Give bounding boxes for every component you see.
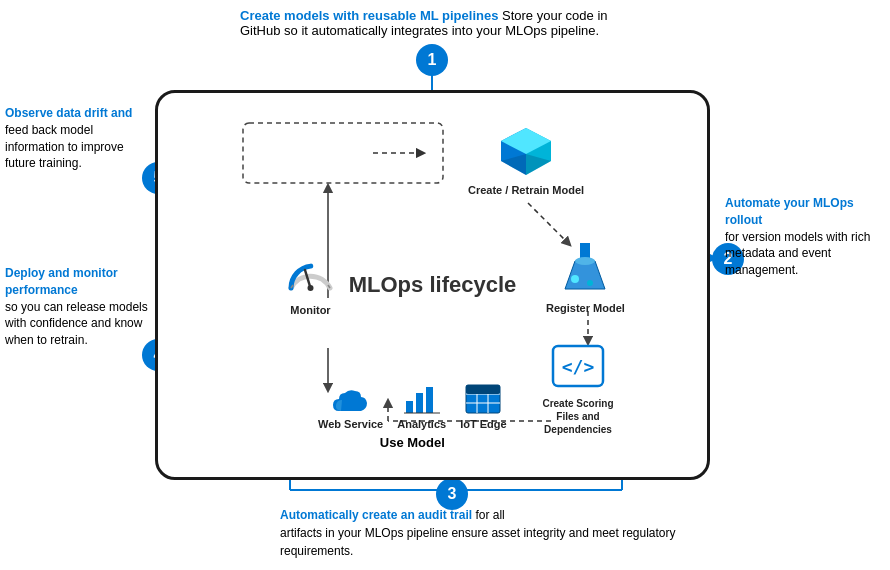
monitor-label: Monitor — [283, 304, 338, 316]
step1-title: Create models with reusable ML pipelines — [240, 8, 498, 23]
svg-rect-43 — [466, 385, 500, 394]
step3-title: Automatically create an audit trail — [280, 508, 472, 522]
step1-annotation: Create models with reusable ML pipelines… — [240, 8, 660, 38]
svg-point-25 — [571, 275, 579, 283]
analytics-label: Analytics — [397, 418, 446, 430]
register-model-node: Register Model — [546, 241, 625, 314]
register-model-label: Register Model — [546, 302, 625, 314]
svg-point-24 — [575, 257, 595, 265]
svg-rect-35 — [426, 387, 433, 413]
analytics-node: Analytics — [397, 383, 446, 430]
iot-edge-node: IoT Edge — [460, 383, 506, 430]
svg-line-13 — [528, 203, 568, 243]
step2-annotation: Automate your MLOps rollout for version … — [725, 195, 885, 279]
step1-subtitle: GitHub so it automatically integrates in… — [240, 23, 660, 38]
step2-title: Automate your MLOps rollout — [725, 196, 854, 227]
step3-subtitle-inline: for all — [472, 508, 505, 522]
step5-subtitle: feed back model information to improve f… — [5, 123, 124, 171]
step-1-circle: 1 — [416, 44, 448, 76]
use-model-label: Use Model — [318, 435, 507, 450]
svg-point-26 — [587, 280, 593, 286]
iot-edge-label: IoT Edge — [460, 418, 506, 430]
create-retrain-label: Create / Retrain Model — [468, 184, 584, 196]
web-service-label: Web Service — [318, 418, 383, 430]
diagram-box: MLOps lifecycle Create / Retrain Model R… — [155, 90, 710, 480]
step3-subtitle: artifacts in your MLOps pipeline ensure … — [280, 524, 680, 560]
scoring-files-label: Create Scoring Files and Dependencies — [533, 397, 623, 436]
svg-rect-33 — [406, 401, 413, 413]
use-model-section: Web Service Analytics — [318, 383, 507, 450]
step3-annotation: Automatically create an audit trail for … — [280, 506, 680, 560]
svg-rect-11 — [243, 123, 443, 183]
step2-subtitle: for version models with rich metadata an… — [725, 229, 885, 279]
step4-annotation: Deploy and monitor performance so you ca… — [5, 265, 150, 349]
monitor-node: Monitor — [283, 248, 338, 316]
svg-point-30 — [308, 285, 314, 291]
svg-text:</>: </> — [562, 356, 595, 377]
create-retrain-node: Create / Retrain Model — [468, 123, 584, 196]
step5-annotation: Observe data drift and feed back model i… — [5, 105, 150, 172]
web-service-node: Web Service — [318, 383, 383, 430]
step5-title: Observe data drift and — [5, 106, 132, 120]
scoring-files-node: </> Create Scoring Files and Dependencie… — [533, 341, 623, 436]
step1-subtitle-inline: Store your code in — [502, 8, 608, 23]
step4-title: Deploy and monitor performance — [5, 266, 118, 297]
step4-subtitle: so you can release models with confidenc… — [5, 299, 150, 349]
svg-rect-34 — [416, 393, 423, 413]
mlops-center-text: MLOps lifecycle — [349, 272, 517, 298]
